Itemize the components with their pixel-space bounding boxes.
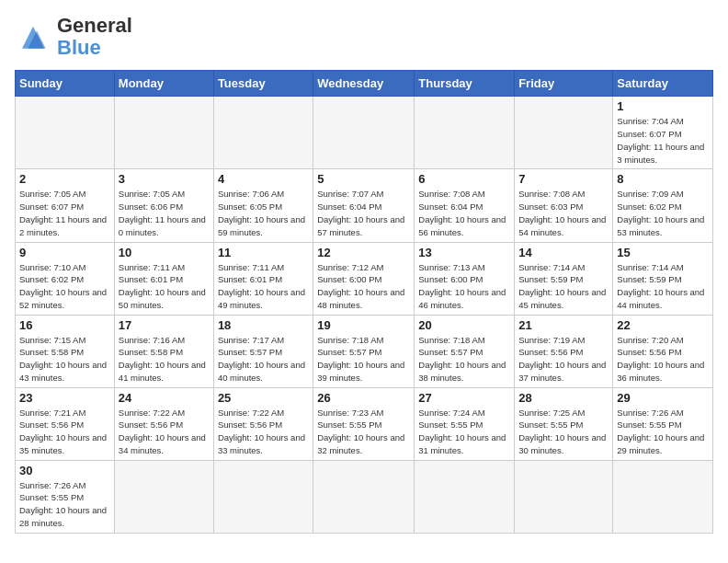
- calendar-day-cell: 15Sunrise: 7:14 AMSunset: 5:59 PMDayligh…: [613, 242, 713, 315]
- calendar-day-cell: 27Sunrise: 7:24 AMSunset: 5:55 PMDayligh…: [415, 387, 515, 460]
- day-info: Sunrise: 7:08 AMSunset: 6:03 PMDaylight:…: [518, 188, 609, 238]
- day-number: 30: [19, 464, 110, 477]
- calendar-week-row: 30Sunrise: 7:26 AMSunset: 5:55 PMDayligh…: [16, 460, 713, 533]
- day-info: Sunrise: 7:05 AMSunset: 6:06 PMDaylight:…: [119, 188, 210, 238]
- day-info: Sunrise: 7:23 AMSunset: 5:55 PMDaylight:…: [317, 407, 410, 457]
- calendar-day-cell: 8Sunrise: 7:09 AMSunset: 6:02 PMDaylight…: [613, 169, 713, 242]
- calendar-day-cell: 26Sunrise: 7:23 AMSunset: 5:55 PMDayligh…: [313, 387, 415, 460]
- day-number: 25: [218, 391, 309, 405]
- day-of-week-header: Saturday: [613, 71, 713, 97]
- day-number: 29: [617, 391, 709, 405]
- day-info: Sunrise: 7:10 AMSunset: 6:02 PMDaylight:…: [19, 261, 110, 312]
- calendar-day-cell: [313, 97, 415, 169]
- calendar-day-cell: 18Sunrise: 7:17 AMSunset: 5:57 PMDayligh…: [213, 315, 313, 387]
- day-of-week-header: Tuesday: [213, 71, 313, 97]
- day-number: 24: [119, 391, 210, 405]
- day-number: 1: [617, 99, 709, 113]
- day-number: 14: [518, 246, 609, 259]
- calendar-day-cell: 24Sunrise: 7:22 AMSunset: 5:56 PMDayligh…: [114, 387, 213, 460]
- calendar-day-cell: [213, 97, 313, 169]
- calendar-day-cell: 2Sunrise: 7:05 AMSunset: 6:07 PMDaylight…: [16, 169, 115, 242]
- day-number: 22: [617, 318, 709, 332]
- day-info: Sunrise: 7:04 AMSunset: 6:07 PMDaylight:…: [617, 115, 709, 166]
- calendar-day-cell: 14Sunrise: 7:14 AMSunset: 5:59 PMDayligh…: [515, 242, 613, 315]
- calendar-day-cell: 28Sunrise: 7:25 AMSunset: 5:55 PMDayligh…: [515, 387, 613, 460]
- day-number: 4: [218, 172, 309, 186]
- day-number: 3: [119, 172, 210, 186]
- calendar-day-cell: 16Sunrise: 7:15 AMSunset: 5:58 PMDayligh…: [16, 315, 115, 387]
- day-info: Sunrise: 7:21 AMSunset: 5:56 PMDaylight:…: [19, 407, 110, 457]
- day-info: Sunrise: 7:15 AMSunset: 5:58 PMDaylight:…: [19, 334, 110, 385]
- calendar-day-cell: [415, 460, 515, 533]
- day-info: Sunrise: 7:18 AMSunset: 5:57 PMDaylight:…: [418, 334, 510, 385]
- day-info: Sunrise: 7:14 AMSunset: 5:59 PMDaylight:…: [617, 261, 709, 312]
- calendar-day-cell: [613, 460, 713, 533]
- calendar-week-row: 16Sunrise: 7:15 AMSunset: 5:58 PMDayligh…: [16, 315, 713, 387]
- day-number: 28: [518, 391, 609, 405]
- day-info: Sunrise: 7:17 AMSunset: 5:57 PMDaylight:…: [218, 334, 309, 385]
- calendar-day-cell: 7Sunrise: 7:08 AMSunset: 6:03 PMDaylight…: [515, 169, 613, 242]
- calendar-day-cell: 22Sunrise: 7:20 AMSunset: 5:56 PMDayligh…: [613, 315, 713, 387]
- day-info: Sunrise: 7:07 AMSunset: 6:04 PMDaylight:…: [317, 188, 410, 238]
- day-info: Sunrise: 7:09 AMSunset: 6:02 PMDaylight:…: [617, 188, 709, 238]
- day-number: 23: [19, 391, 110, 405]
- day-info: Sunrise: 7:18 AMSunset: 5:57 PMDaylight:…: [317, 334, 410, 385]
- day-info: Sunrise: 7:22 AMSunset: 5:56 PMDaylight:…: [218, 407, 309, 457]
- calendar-day-cell: [515, 460, 613, 533]
- calendar-header-row: SundayMondayTuesdayWednesdayThursdayFrid…: [16, 71, 713, 97]
- day-of-week-header: Sunday: [16, 71, 115, 97]
- day-info: Sunrise: 7:19 AMSunset: 5:56 PMDaylight:…: [518, 334, 609, 385]
- day-number: 8: [617, 172, 709, 186]
- calendar-day-cell: 5Sunrise: 7:07 AMSunset: 6:04 PMDaylight…: [313, 169, 415, 242]
- day-number: 7: [518, 172, 609, 186]
- logo-text: GeneralBlue: [57, 15, 132, 59]
- calendar-day-cell: 12Sunrise: 7:12 AMSunset: 6:00 PMDayligh…: [313, 242, 415, 315]
- day-number: 12: [317, 246, 410, 259]
- day-number: 20: [418, 318, 510, 332]
- calendar-day-cell: [16, 97, 115, 169]
- day-of-week-header: Thursday: [415, 71, 515, 97]
- day-info: Sunrise: 7:11 AMSunset: 6:01 PMDaylight:…: [119, 261, 210, 312]
- day-number: 13: [418, 246, 510, 259]
- day-number: 2: [19, 172, 110, 186]
- day-of-week-header: Monday: [114, 71, 213, 97]
- day-info: Sunrise: 7:22 AMSunset: 5:56 PMDaylight:…: [119, 407, 210, 457]
- calendar-day-cell: 29Sunrise: 7:26 AMSunset: 5:55 PMDayligh…: [613, 387, 713, 460]
- calendar-week-row: 1Sunrise: 7:04 AMSunset: 6:07 PMDaylight…: [16, 97, 713, 169]
- calendar-week-row: 9Sunrise: 7:10 AMSunset: 6:02 PMDaylight…: [16, 242, 713, 315]
- day-number: 21: [518, 318, 609, 332]
- day-number: 15: [617, 246, 709, 259]
- day-number: 5: [317, 172, 410, 186]
- calendar-table: SundayMondayTuesdayWednesdayThursdayFrid…: [15, 70, 713, 533]
- day-info: Sunrise: 7:13 AMSunset: 6:00 PMDaylight:…: [418, 261, 510, 312]
- calendar-day-cell: 20Sunrise: 7:18 AMSunset: 5:57 PMDayligh…: [415, 315, 515, 387]
- day-number: 17: [119, 318, 210, 332]
- calendar-day-cell: 3Sunrise: 7:05 AMSunset: 6:06 PMDaylight…: [114, 169, 213, 242]
- day-number: 10: [119, 246, 210, 259]
- day-info: Sunrise: 7:08 AMSunset: 6:04 PMDaylight:…: [418, 188, 510, 238]
- general-blue-logo-icon: [15, 20, 51, 53]
- logo: GeneralBlue: [15, 15, 132, 59]
- calendar-day-cell: [114, 460, 213, 533]
- day-number: 19: [317, 318, 410, 332]
- day-info: Sunrise: 7:12 AMSunset: 6:00 PMDaylight:…: [317, 261, 410, 312]
- day-number: 9: [19, 246, 110, 259]
- calendar-day-cell: 25Sunrise: 7:22 AMSunset: 5:56 PMDayligh…: [213, 387, 313, 460]
- calendar-day-cell: 13Sunrise: 7:13 AMSunset: 6:00 PMDayligh…: [415, 242, 515, 315]
- calendar-day-cell: 23Sunrise: 7:21 AMSunset: 5:56 PMDayligh…: [16, 387, 115, 460]
- calendar-day-cell: [415, 97, 515, 169]
- day-number: 26: [317, 391, 410, 405]
- day-info: Sunrise: 7:14 AMSunset: 5:59 PMDaylight:…: [518, 261, 609, 312]
- calendar-day-cell: [515, 97, 613, 169]
- calendar-week-row: 23Sunrise: 7:21 AMSunset: 5:56 PMDayligh…: [16, 387, 713, 460]
- day-number: 6: [418, 172, 510, 186]
- calendar-day-cell: 9Sunrise: 7:10 AMSunset: 6:02 PMDaylight…: [16, 242, 115, 315]
- calendar-day-cell: 19Sunrise: 7:18 AMSunset: 5:57 PMDayligh…: [313, 315, 415, 387]
- calendar-day-cell: 4Sunrise: 7:06 AMSunset: 6:05 PMDaylight…: [213, 169, 313, 242]
- calendar-week-row: 2Sunrise: 7:05 AMSunset: 6:07 PMDaylight…: [16, 169, 713, 242]
- day-info: Sunrise: 7:26 AMSunset: 5:55 PMDaylight:…: [617, 407, 709, 457]
- calendar-day-cell: 11Sunrise: 7:11 AMSunset: 6:01 PMDayligh…: [213, 242, 313, 315]
- calendar-day-cell: 30Sunrise: 7:26 AMSunset: 5:55 PMDayligh…: [16, 460, 115, 533]
- calendar-day-cell: 17Sunrise: 7:16 AMSunset: 5:58 PMDayligh…: [114, 315, 213, 387]
- page-header: GeneralBlue: [15, 15, 713, 59]
